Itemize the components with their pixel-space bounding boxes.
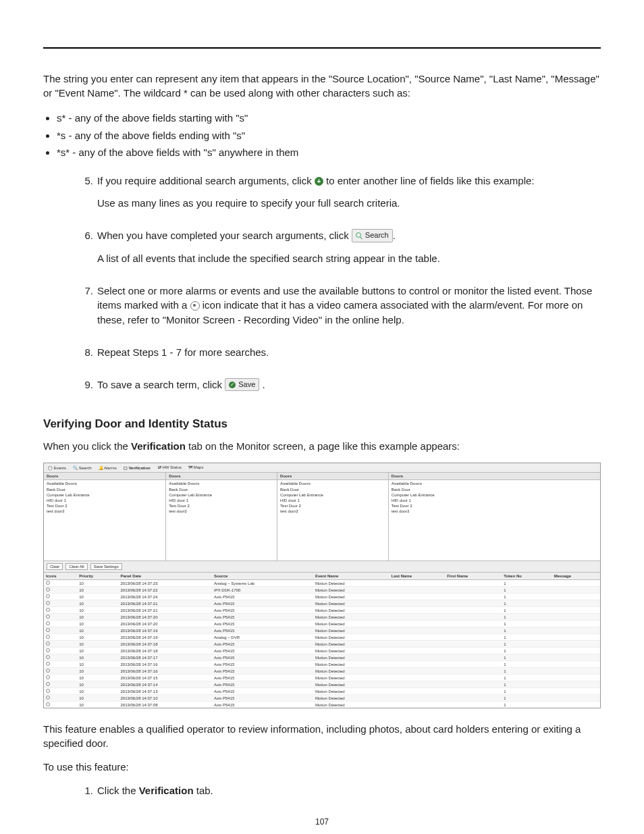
table-cell: 10 [77, 681, 118, 688]
table-cell [552, 600, 600, 607]
table-cell: 2013/06/28 14:37:17 [118, 654, 212, 661]
table-cell [390, 702, 446, 708]
intro-paragraph: The string you enter can represent any i… [43, 72, 601, 100]
mock-tab: ◯ Events [48, 465, 66, 470]
table-cell [552, 627, 600, 634]
table-cell: 10 [77, 594, 118, 600]
door-item: Computer Lab Entrance [277, 492, 388, 498]
table-cell: 1 [502, 668, 552, 675]
bottom-steps: 1. Click the Verification tab. [43, 783, 601, 806]
table-cell: 10 [77, 695, 118, 702]
table-row: 102013/06/28 14:37:13Axis P5415Motion De… [44, 688, 600, 695]
table-cell: Motion Detected [313, 580, 390, 587]
table-header-cell: First Name [445, 573, 502, 580]
table-cell [445, 607, 502, 614]
table-cell [552, 668, 600, 675]
table-cell: 1 [502, 627, 552, 634]
table-cell [390, 641, 446, 648]
table-cell [390, 634, 446, 641]
search-icon [356, 232, 363, 239]
step5-after: to enter another line of fields like thi… [326, 175, 535, 186]
door-item: HID door 1 [277, 498, 388, 503]
section-paragraph: When you click the Verification tab on t… [43, 439, 601, 453]
table-cell: Motion Detected [313, 695, 390, 702]
table-cell: Axis P5415 [212, 661, 313, 668]
door-item: Back Door [389, 487, 600, 492]
table-cell: 10 [77, 668, 118, 675]
doors-list: Back DoorComputer Lab EntranceHID door 1… [389, 487, 600, 561]
camera-icon [46, 581, 50, 585]
table-cell: Axis P5415 [212, 607, 313, 614]
table-cell: 1 [502, 614, 552, 621]
table-cell: Motion Detected [313, 661, 390, 668]
table-cell [445, 641, 502, 648]
table-cell: 2013/06/28 14:37:19 [118, 634, 212, 641]
table-cell [445, 681, 502, 688]
table-cell: Motion Detected [313, 648, 390, 654]
check-icon [229, 382, 236, 388]
table-cell: 2013/06/28 14:37:18 [118, 648, 212, 654]
verification-screenshot: ◯ Events🔍 Search🔔 Alarms▢ Verification🖳 … [43, 463, 601, 708]
camera-icon [46, 594, 50, 598]
table-cell [390, 681, 446, 688]
door-item: HID door 1 [166, 498, 277, 503]
table-row: 102013/06/28 14:37:21Axis P5415Motion De… [44, 600, 600, 607]
camera-icon [46, 689, 50, 693]
table-cell: Axis P5415 [212, 648, 313, 654]
table-cell: 10 [77, 634, 118, 641]
table-cell: 2013/06/28 14:37:14 [118, 681, 212, 688]
door-item: Computer Lab Entrance [44, 492, 165, 498]
table-cell [390, 621, 446, 627]
table-cell: 1 [502, 580, 552, 587]
table-cell: 2013/06/28 14:37:13 [118, 688, 212, 695]
step6-period: . [393, 230, 396, 241]
step-5: 5. If you require additional search argu… [43, 174, 601, 219]
table-cell: 2013/06/28 14:37:16 [118, 668, 212, 675]
col-sub: Available Doors [389, 480, 600, 487]
feature-paragraph: This feature enables a qualified operato… [43, 722, 601, 750]
camera-icon [46, 621, 50, 625]
mock-tab: ▢ Verification [124, 465, 151, 470]
table-cell: 10 [77, 587, 118, 594]
table-cell: Motion Detected [313, 600, 390, 607]
table-cell: 1 [502, 634, 552, 641]
step6-before: When you have completed your search argu… [97, 230, 352, 241]
table-cell [552, 634, 600, 641]
table-cell [44, 695, 77, 702]
table-cell: Motion Detected [313, 654, 390, 661]
table-cell: 10 [77, 702, 118, 708]
table-cell [44, 621, 77, 627]
table-header-cell: Priority [77, 573, 118, 580]
table-cell: 1 [502, 688, 552, 695]
table-header-cell: Panel Date [118, 573, 212, 580]
table-cell: 1 [502, 654, 552, 661]
step8-text: Repeat Steps 1 - 7 for more searches. [97, 345, 601, 360]
table-cell: 2013/06/28 14:37:18 [118, 641, 212, 648]
table-row: 102013/06/28 14:37:17Axis P5415Motion De… [44, 654, 600, 661]
table-cell [390, 668, 446, 675]
table-cell [390, 594, 446, 600]
camera-icon [46, 588, 50, 592]
table-cell: 1 [502, 621, 552, 627]
table-cell [445, 668, 502, 675]
table-cell [44, 607, 77, 614]
table-cell [552, 661, 600, 668]
door-item: Test Door 2 [389, 503, 600, 509]
table-cell: 1 [502, 702, 552, 708]
table-cell [390, 587, 446, 594]
table-cell [552, 702, 600, 708]
bottom-step-1: 1. Click the Verification tab. [43, 783, 601, 806]
table-cell: 2013/06/28 14:37:21 [118, 600, 212, 607]
table-row: 102013/06/28 14:37:08Axis P5415Motion De… [44, 702, 600, 708]
step5-line2: Use as many lines as you require to spec… [97, 196, 601, 211]
step-number: 7. [76, 284, 97, 336]
table-cell: 1 [502, 641, 552, 648]
table-cell: 2013/06/28 14:37:23 [118, 580, 212, 587]
col-header: Doors [389, 473, 600, 480]
table-cell [44, 594, 77, 600]
table-cell [445, 627, 502, 634]
table-row: 102013/06/28 14:37:21Axis P5415Motion De… [44, 607, 600, 614]
table-cell [390, 654, 446, 661]
top-rule [43, 47, 601, 49]
save-button-inline: Save [225, 378, 259, 392]
